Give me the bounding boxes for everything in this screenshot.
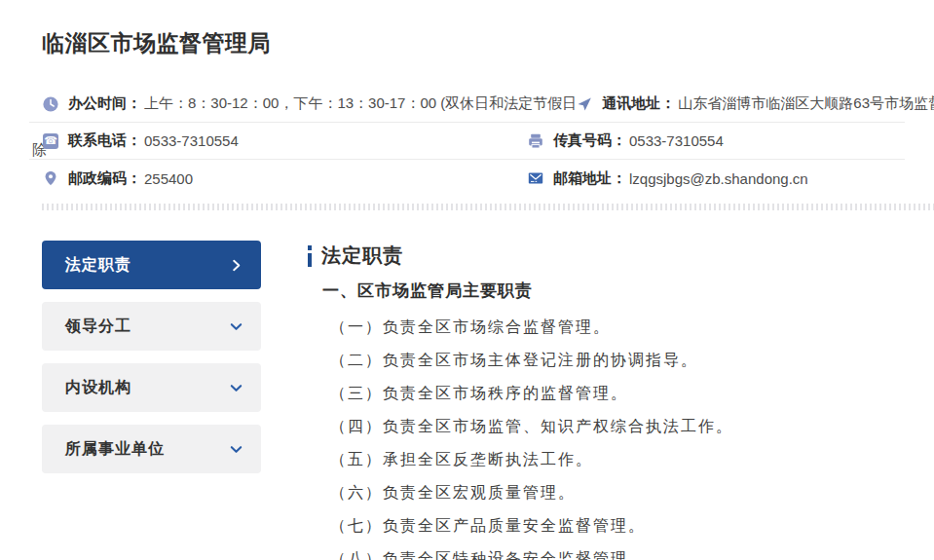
office-hours-cell: 办公时间： 上午：8：30-12：00，下午：13：30-17：00 (双休日和… [29,94,577,113]
paper-plane-icon [577,96,592,112]
clock-icon [43,96,58,112]
email-label: 邮箱地址： [553,169,626,188]
section-title: 法定职责 [321,243,403,269]
sidebar-item-leadership-division[interactable]: 领导分工 [42,302,261,351]
mail-envelope-icon [528,170,543,186]
duty-item: （一）负责全区市场综合监督管理。 [330,311,733,344]
chevron-down-icon [229,319,243,334]
contact-info-panel: 办公时间： 上午：8：30-12：00，下午：13：30-17：00 (双休日和… [29,86,905,197]
contact-row: 除 ☎ 联系电话： 0533-7310554 传真号码： 0533-731055… [29,123,905,160]
office-hours-label: 办公时间： [68,94,141,113]
chevron-right-icon [229,258,243,273]
address-label: 通讯地址： [602,94,675,113]
heading-marker [308,245,312,267]
contact-row: 办公时间： 上午：8：30-12：00，下午：13：30-17：00 (双休日和… [29,86,905,123]
page-title: 临淄区市场监督管理局 [42,0,934,58]
duty-item: （六）负责全区宏观质量管理。 [330,476,733,509]
sidebar-item-label: 所属事业单位 [65,439,165,460]
sidebar-item-label: 领导分工 [65,317,131,337]
section-subtitle: 一、区市场监管局主要职责 [322,280,733,302]
sidebar-menu: 法定职责 领导分工 内设机构 所属事业单位 [42,241,261,560]
fax-cell: 传真号码： 0533-7310554 [528,131,905,150]
sidebar-item-affiliated-units[interactable]: 所属事业单位 [42,425,261,473]
fax-printer-icon [528,133,543,149]
phone-cell: 除 ☎ 联系电话： 0533-7310554 [29,131,528,150]
duties-list: （一）负责全区市场综合监督管理。（二）负责全区市场主体登记注册的协调指导。（三）… [330,311,733,560]
page-body: 法定职责 领导分工 内设机构 所属事业单位 [42,241,934,560]
postal-code-cell: 邮政编码： 255400 [29,169,528,188]
duty-item: （七）负责全区产品质量安全监督管理。 [330,509,733,542]
phone-value: 0533-7310554 [144,132,239,149]
telephone-icon: ☎ [43,133,58,149]
fax-value: 0533-7310554 [629,132,724,149]
duty-item: （五）承担全区反垄断执法工作。 [330,443,733,476]
duty-item: （二）负责全区市场主体登记注册的协调指导。 [330,344,733,377]
sidebar-item-label: 内设机构 [65,378,131,398]
section-heading: 法定职责 [308,243,733,269]
postal-code-label: 邮政编码： [68,169,141,188]
postal-code-value: 255400 [144,170,193,187]
email-value: lzqgsjbgs@zb.shandong.cn [629,170,808,187]
address-cell: 通讯地址： 山东省淄博市临淄区大顺路63号市场监督管理局 [577,94,934,113]
sidebar-item-legal-duties[interactable]: 法定职责 [42,241,261,289]
contact-row: 邮政编码： 255400 邮箱地址： lzqgsjbgs@zb.shandong… [29,160,905,197]
fax-label: 传真号码： [553,131,626,150]
section-divider [42,204,934,210]
duty-item: （四）负责全区市场监管、知识产权综合执法工作。 [330,410,733,443]
chevron-down-icon [229,381,243,395]
email-cell: 邮箱地址： lzqgsjbgs@zb.shandong.cn [528,169,905,188]
address-value: 山东省淄博市临淄区大顺路63号市场监督管理局 [678,94,934,113]
sidebar-item-internal-organs[interactable]: 内设机构 [42,363,261,412]
office-hours-value: 上午：8：30-12：00，下午：13：30-17：00 (双休日和法定节假日 [144,94,577,113]
phone-label: 联系电话： [68,131,141,150]
chevron-down-icon [229,442,243,457]
duty-item: （三）负责全区市场秩序的监督管理。 [330,377,733,410]
main-content: 法定职责 一、区市场监管局主要职责 （一）负责全区市场综合监督管理。（二）负责全… [308,241,733,560]
duty-item: （八）负责全区特种设备安全监督管理。 [330,542,733,560]
location-pin-icon [43,170,58,186]
sidebar-item-label: 法定职责 [65,255,131,276]
